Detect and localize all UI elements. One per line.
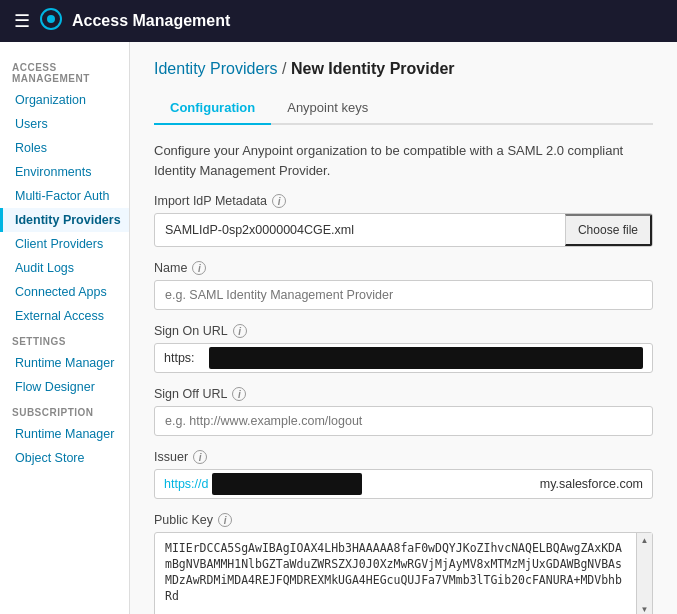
- sidebar-item-client-providers[interactable]: Client Providers: [0, 232, 129, 256]
- field-issuer: Issuer i https://d my.salesforce.com: [154, 450, 653, 499]
- sidebar-item-connected-apps[interactable]: Connected Apps: [0, 280, 129, 304]
- info-icon-public-key[interactable]: i: [218, 513, 232, 527]
- sidebar-section-subscription: SUBSCRIPTION: [0, 399, 129, 422]
- info-icon-import-idp[interactable]: i: [272, 194, 286, 208]
- info-icon-sign-off-url[interactable]: i: [232, 387, 246, 401]
- sidebar-item-environments[interactable]: Environments: [0, 160, 129, 184]
- sidebar-section-access-management: ACCESS MANAGEMENT: [0, 54, 129, 88]
- sidebar-item-object-store[interactable]: Object Store: [0, 446, 129, 470]
- sidebar-item-audit-logs[interactable]: Audit Logs: [0, 256, 129, 280]
- field-public-key: Public Key i MIIErDCCA5SgAwIBAgIOAX4LHb3…: [154, 513, 653, 614]
- sidebar-item-flow-designer[interactable]: Flow Designer: [0, 375, 129, 399]
- sidebar-item-runtime-manager-settings[interactable]: Runtime Manager: [0, 351, 129, 375]
- label-public-key: Public Key i: [154, 513, 653, 527]
- sidebar-item-mfa[interactable]: Multi-Factor Auth: [0, 184, 129, 208]
- issuer-wrapper: https://d my.salesforce.com: [154, 469, 653, 499]
- sidebar-item-identity-providers[interactable]: Identity Providers: [0, 208, 129, 232]
- public-key-textarea[interactable]: MIIErDCCA5SgAwIBAgIOAX4LHb3HAAAAA8faF0wD…: [155, 533, 652, 613]
- tab-configuration[interactable]: Configuration: [154, 92, 271, 125]
- label-import-idp: Import IdP Metadata i: [154, 194, 653, 208]
- pubkey-container: MIIErDCCA5SgAwIBAgIOAX4LHb3HAAAAA8faF0wD…: [154, 532, 653, 614]
- field-import-idp: Import IdP Metadata i SAMLIdP-0sp2x00000…: [154, 194, 653, 247]
- info-icon-name[interactable]: i: [192, 261, 206, 275]
- info-icon-issuer[interactable]: i: [193, 450, 207, 464]
- field-sign-on-url: Sign On URL i https:: [154, 324, 653, 373]
- sidebar: ACCESS MANAGEMENT Organization Users Rol…: [0, 42, 130, 614]
- field-sign-off-url: Sign Off URL i: [154, 387, 653, 436]
- sidebar-section-settings: SETTINGS: [0, 328, 129, 351]
- issuer-redacted-bar: [212, 473, 362, 495]
- file-input-value: SAMLIdP-0sp2x0000004CGE.xml: [155, 216, 565, 244]
- breadcrumb: Identity Providers / New Identity Provid…: [154, 60, 653, 78]
- file-input-row: SAMLIdP-0sp2x0000004CGE.xml Choose file: [154, 213, 653, 247]
- menu-icon[interactable]: ☰: [14, 10, 30, 32]
- sign-off-url-input[interactable]: [154, 406, 653, 436]
- logo-icon: [40, 8, 62, 35]
- choose-file-button[interactable]: Choose file: [565, 214, 652, 246]
- app-title: Access Management: [72, 12, 230, 30]
- sidebar-item-users[interactable]: Users: [0, 112, 129, 136]
- pubkey-scrollbar: ▲ ▼: [636, 533, 652, 614]
- svg-point-1: [47, 15, 55, 23]
- label-sign-off-url: Sign Off URL i: [154, 387, 653, 401]
- sidebar-item-roles[interactable]: Roles: [0, 136, 129, 160]
- breadcrumb-link[interactable]: Identity Providers: [154, 60, 278, 77]
- tab-anypoint-keys[interactable]: Anypoint keys: [271, 92, 384, 125]
- scrollbar-up-arrow[interactable]: ▲: [638, 533, 652, 547]
- breadcrumb-separator: /: [278, 60, 291, 77]
- breadcrumb-current: New Identity Provider: [291, 60, 455, 77]
- field-name: Name i: [154, 261, 653, 310]
- label-name: Name i: [154, 261, 653, 275]
- sidebar-item-runtime-manager-sub[interactable]: Runtime Manager: [0, 422, 129, 446]
- form-description: Configure your Anypoint organization to …: [154, 141, 653, 180]
- name-input[interactable]: [154, 280, 653, 310]
- sidebar-item-external-access[interactable]: External Access: [0, 304, 129, 328]
- url-redacted-bar: [209, 347, 643, 369]
- label-sign-on-url: Sign On URL i: [154, 324, 653, 338]
- topbar: ☰ Access Management: [0, 0, 677, 42]
- info-icon-sign-on-url[interactable]: i: [233, 324, 247, 338]
- scrollbar-down-arrow[interactable]: ▼: [638, 602, 652, 614]
- label-issuer: Issuer i: [154, 450, 653, 464]
- tabs: Configuration Anypoint keys: [154, 92, 653, 125]
- main-content: Identity Providers / New Identity Provid…: [130, 42, 677, 614]
- sign-on-url-wrapper: https:: [154, 343, 653, 373]
- sidebar-item-organization[interactable]: Organization: [0, 88, 129, 112]
